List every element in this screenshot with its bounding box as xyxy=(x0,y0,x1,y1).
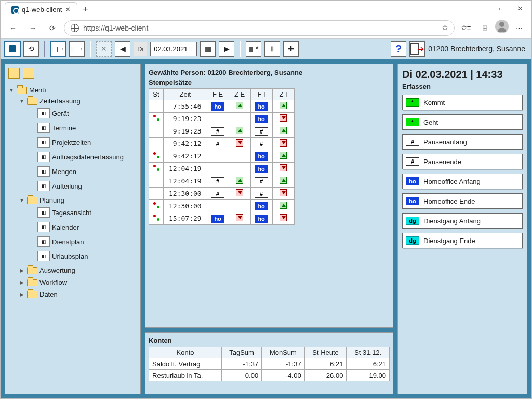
arrow-down-icon xyxy=(280,189,287,196)
nav-tree: ▼Menü ▼Zeiterfassung ◧Gerät◧Termine◧Proj… xyxy=(5,82,140,394)
minimize-button[interactable]: — xyxy=(463,0,486,17)
table-row[interactable]: 9:19:23 ho xyxy=(149,113,295,125)
tree-item[interactable]: ◧Kalender xyxy=(28,221,138,233)
action-homeoffice ende[interactable]: ho Homeoffice Ende xyxy=(402,193,523,209)
status-dot-icon xyxy=(153,165,159,171)
back-button[interactable]: ← xyxy=(5,20,21,36)
home-button[interactable] xyxy=(5,41,20,57)
tab-close-icon[interactable]: ✕ xyxy=(65,6,71,14)
tree-item[interactable]: ◧Dienstplan xyxy=(28,235,138,248)
action-pausenanfang[interactable]: # Pausenanfang xyxy=(402,134,523,150)
arrow-down-icon xyxy=(280,214,287,221)
maximize-button[interactable]: ▭ xyxy=(486,0,509,17)
url-field[interactable]: ✩ xyxy=(64,20,455,36)
table-row[interactable]: 12:30:00 ho xyxy=(149,200,295,212)
tree-item[interactable]: ◧Auftragsdatenerfassung xyxy=(28,151,138,163)
tree-label: Termine xyxy=(52,124,76,132)
table-row: Resturlaub in Ta.0.00-4.0026.0019.00 xyxy=(149,370,390,381)
arrow-up-icon xyxy=(280,102,287,109)
star-outline-icon[interactable]: ✩ xyxy=(442,24,448,32)
tree-folder[interactable]: ▶Workflow xyxy=(18,277,138,287)
tree-label: Mengen xyxy=(52,168,76,176)
tree-folder[interactable]: ▶Daten xyxy=(18,289,138,299)
action-dienstgang anfang[interactable]: dg Dienstgang Anfang xyxy=(402,213,523,229)
app-body: ▼Menü ▼Zeiterfassung ◧Gerät◧Termine◧Proj… xyxy=(1,60,531,398)
tree-folder[interactable]: ▶Auswertung xyxy=(18,265,138,275)
action-label: Dienstgang Anfang xyxy=(423,217,481,225)
tree-label: Aufteilung xyxy=(52,182,82,190)
tree-item[interactable]: ◧Tagesansicht xyxy=(28,206,138,219)
arrow-up-icon xyxy=(280,127,287,134)
action-label: Pausenende xyxy=(423,158,461,166)
action-kommt[interactable]: * Kommt xyxy=(402,95,523,110)
item-icon: ◧ xyxy=(37,222,50,232)
item-icon: ◧ xyxy=(37,123,50,133)
status-dot-icon xyxy=(153,202,159,208)
app-toolbar: ⟲ ▤→ ▥→ ✕ ◀ Di ▦ ▶ ▦* ⫴ ✚ ? ➔ 01200 Brec… xyxy=(1,39,531,60)
item-icon: ◧ xyxy=(37,152,50,162)
tree-menu-root[interactable]: ▼Menü xyxy=(7,85,138,95)
action-badge: dg xyxy=(406,217,419,225)
action-geht[interactable]: * Geht xyxy=(402,114,523,130)
action-pausenende[interactable]: # Pausenende xyxy=(402,154,523,169)
action-label: Homeoffice Anfang xyxy=(423,178,481,185)
tree-item[interactable]: ◧Urlaubsplan xyxy=(28,250,138,262)
item-icon: ◧ xyxy=(37,251,50,261)
arrow-down-icon xyxy=(236,139,243,147)
table-row[interactable]: 15:07:29 ho ho xyxy=(149,212,295,225)
collections-button[interactable]: ⊞ xyxy=(476,20,493,36)
tree-planung[interactable]: ▼Planung xyxy=(18,195,138,205)
table-row[interactable]: 9:42:12 # # xyxy=(149,138,295,150)
page-icon[interactable] xyxy=(23,68,34,79)
action-dienstgang ende[interactable]: dg Dienstgang Ende xyxy=(402,233,523,248)
right-panel: Di 02.03.2021 | 14:33 Erfassen * Kommt *… xyxy=(397,64,527,394)
day-abbr: Di xyxy=(134,42,147,56)
arrow-down-icon xyxy=(280,114,287,122)
tree-item[interactable]: ◧Aufteilung xyxy=(28,180,138,192)
table-row[interactable]: 12:30:00 # # xyxy=(149,188,295,200)
layout-left-button[interactable]: ▤→ xyxy=(50,41,66,57)
new-tab-button[interactable]: + xyxy=(83,4,88,15)
favicon-icon xyxy=(11,6,19,14)
new-doc-button[interactable]: ✚ xyxy=(283,41,299,57)
columns-button[interactable]: ⫴ xyxy=(264,41,280,57)
table-row[interactable]: 7:55:46 ho ho xyxy=(149,100,295,113)
item-icon: ◧ xyxy=(37,181,50,191)
tree-item[interactable]: ◧Projektzeiten xyxy=(28,136,138,149)
table-row[interactable]: 9:19:23 # # xyxy=(149,125,295,138)
clock-display: Di 02.03.2021 | 14:33 xyxy=(402,69,523,81)
help-button[interactable]: ? xyxy=(391,41,406,57)
tree-zeiterfassung[interactable]: ▼Zeiterfassung xyxy=(18,96,138,106)
layout-right-button[interactable]: ▥→ xyxy=(69,41,85,57)
favorites-button[interactable]: ✩≡ xyxy=(458,20,474,36)
table-row[interactable]: 12:04:19 ho xyxy=(149,163,295,175)
tree-item[interactable]: ◧Mengen xyxy=(28,165,138,178)
date-input[interactable] xyxy=(150,42,197,56)
table-row: Saldo lt. Vertrag-1:37-1:376:216:21 xyxy=(149,358,390,370)
konten-title: Konten xyxy=(149,336,390,345)
table-row[interactable]: 9:42:12 ho xyxy=(149,150,295,163)
separator xyxy=(44,41,45,57)
browser-tab[interactable]: q1-web-client ✕ xyxy=(5,2,77,17)
item-icon: ◧ xyxy=(37,108,50,118)
separator xyxy=(90,41,91,57)
next-day-button[interactable]: ▶ xyxy=(219,41,234,57)
calendar-button[interactable]: ▦ xyxy=(200,41,216,57)
browser-titlebar: q1-web-client ✕ + — ▭ ✕ xyxy=(1,1,531,17)
url-input[interactable] xyxy=(83,24,438,32)
refresh-button[interactable]: ⟲ xyxy=(23,41,39,57)
action-homeoffice anfang[interactable]: ho Homeoffice Anfang xyxy=(402,174,523,189)
reload-button[interactable]: ⟳ xyxy=(44,20,61,36)
forward-button[interactable]: → xyxy=(24,20,41,36)
profile-avatar[interactable] xyxy=(495,20,509,33)
tree-item[interactable]: ◧Gerät xyxy=(28,107,138,119)
prev-day-button[interactable]: ◀ xyxy=(115,41,130,57)
stack-icon[interactable] xyxy=(8,68,20,79)
table-row[interactable]: 12:04:19 # # xyxy=(149,175,295,188)
tree-label: Auftragsdatenerfassung xyxy=(52,153,124,161)
menu-button[interactable]: ⋯ xyxy=(511,20,527,36)
grid-settings-button[interactable]: ▦* xyxy=(246,41,261,57)
logout-button[interactable]: ➔ xyxy=(409,41,425,57)
tree-item[interactable]: ◧Termine xyxy=(28,122,138,134)
close-button[interactable]: ✕ xyxy=(509,0,531,17)
